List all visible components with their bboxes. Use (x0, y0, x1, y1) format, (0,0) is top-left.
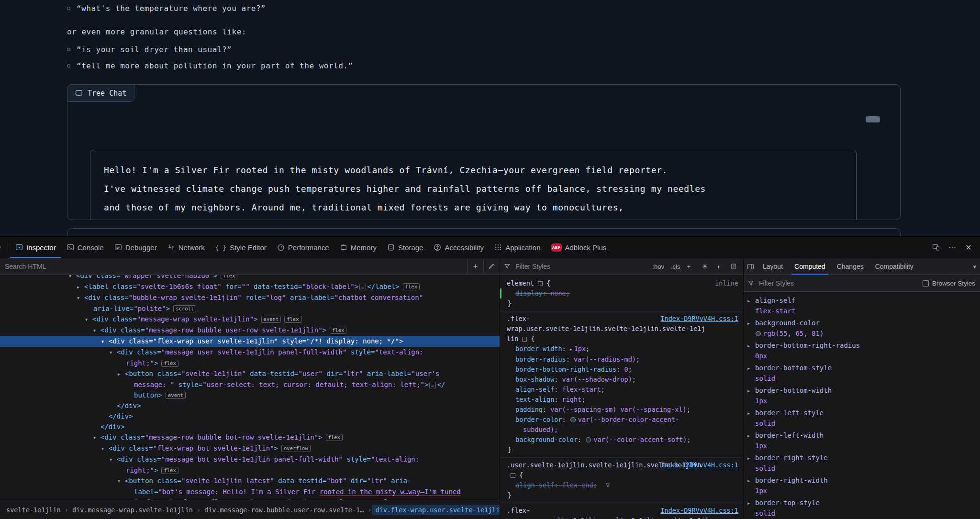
devtools-tab-accessibility[interactable]: Accessibility (428, 237, 489, 258)
tab-changes[interactable]: Changes (831, 258, 869, 275)
meatball-menu-button[interactable]: ⋯ (945, 240, 960, 255)
markup-row[interactable]: ▼<div class="message bot svelte-1e1jlin … (0, 454, 500, 465)
highlight-target-icon[interactable] (511, 473, 515, 478)
markup-row[interactable]: ▼<div class="message-row bubble user-row… (0, 325, 500, 336)
computed-property[interactable]: ▶border-bottom-stylesolid (747, 363, 980, 384)
rule-selector[interactable]: .flex-Index-D9RVvV4H.css:1 (500, 314, 743, 324)
breadcrumb-item[interactable]: svelte-1e1jlin (3, 505, 64, 515)
light-scheme-button[interactable]: ☀ (698, 260, 712, 273)
search-html-input[interactable] (0, 263, 467, 270)
markup-row[interactable]: </div> (0, 400, 500, 411)
event-badge[interactable]: event (261, 316, 281, 323)
css-declaration[interactable]: background-color: var(--color-accent-sof… (500, 435, 743, 445)
breadcrumb-item[interactable]: div.message-row.bubble.user-row.svelte-1… (201, 505, 367, 515)
flex-badge[interactable]: flex (284, 316, 301, 323)
ellipsis-pill[interactable]: … (429, 382, 436, 388)
breadcrumb-item[interactable]: div.flex-wrap.user.svelte-1e1jlin (372, 505, 500, 515)
markup-row[interactable]: label="bot's message: Hello! I'm a Silve… (0, 486, 500, 497)
css-declaration[interactable]: box-shadow: var(--shadow-drop); (500, 375, 743, 385)
devtools-tab-debugger[interactable]: Debugger (109, 237, 162, 258)
expand-twisty[interactable]: ▶ (747, 431, 755, 441)
css-declaration[interactable]: display: none; (500, 288, 743, 298)
flex-badge[interactable]: flex (330, 327, 346, 334)
devtools-tab-memory[interactable]: Memory (334, 237, 382, 258)
color-swatch[interactable] (586, 437, 591, 442)
browser-styles-toggle[interactable]: Browser Styles (923, 280, 980, 287)
computed-property[interactable]: ▶border-top-stylesolid (747, 498, 980, 519)
css-declaration[interactable]: border-width: ▶1px; (500, 344, 743, 354)
tree-chat-tab[interactable]: Tree Chat (67, 84, 134, 102)
css-declaration[interactable]: border-radius: var(--radius-md); (500, 354, 743, 364)
markup-row[interactable]: right;">flex (0, 465, 500, 475)
markup-row[interactable]: ▼<div class="bubble-wrap svelte-1e1jlin"… (0, 292, 500, 303)
dark-scheme-button[interactable]: ◐ (713, 260, 726, 273)
event-badge[interactable]: event (166, 392, 186, 399)
markup-row[interactable]: ▶<label class="svelte-1b6s6s float" for=… (0, 281, 500, 292)
computed-property[interactable]: ▶border-bottom-width1px (747, 386, 980, 406)
expand-shorthand-twisty[interactable]: ▶ (570, 347, 572, 352)
rules-toolbar-button--[interactable]: + (683, 263, 694, 270)
expand-twisty[interactable]: ▶ (747, 319, 755, 329)
highlight-target-icon[interactable] (538, 281, 543, 286)
markup-row[interactable]: ▼<div class="message-row bubble bot-row … (0, 432, 500, 443)
computed-property[interactable]: ▶border-bottom-right-radius0px (747, 341, 980, 361)
expand-twisty[interactable]: ▶ (747, 453, 755, 464)
markup-row[interactable]: right;">flex (0, 358, 500, 368)
devtools-tab-inspector[interactable]: Inspector (10, 237, 61, 258)
collapse-twisty[interactable]: ▼ (110, 454, 117, 465)
markup-row[interactable]: ▶<button class="svelte-1e1jlin" data-tes… (0, 368, 500, 379)
ellipsis-pill[interactable]: … (359, 284, 366, 290)
css-declaration[interactable]: align-self: flex-end; (500, 480, 743, 490)
expand-twisty[interactable]: ▶ (747, 296, 755, 306)
css-declaration[interactable]: text-align: right; (500, 395, 743, 405)
markup-row[interactable]: message: " style="user-select: text; cur… (0, 379, 500, 390)
computed-property[interactable]: ▶border-right-width1px (747, 475, 980, 496)
breadcrumb-item[interactable]: div.message-wrap.svelte-1e1jlin (69, 505, 196, 515)
collapse-twisty[interactable]: ▼ (93, 432, 100, 443)
markup-row[interactable]: ▼<div class="wrapper svelte-nab2u0">flex (0, 275, 500, 281)
responsive-design-button[interactable] (928, 240, 944, 255)
devtools-tab-adblock-plus[interactable]: ABPAdblock Plus (546, 237, 612, 258)
devtools-tab-application[interactable]: Application (489, 237, 546, 258)
filter-styles-input[interactable] (511, 263, 649, 270)
tab-computed[interactable]: Computed (789, 258, 831, 275)
devtools-tab-style-editor[interactable]: { }Style Editor (210, 237, 272, 258)
flex-badge[interactable]: flex (403, 283, 420, 290)
stylesheet-link[interactable]: Index-D9RVvV4H.css:1 (660, 506, 738, 516)
flex-badge[interactable]: flex (221, 275, 237, 279)
computed-property[interactable]: ▶align-selfflex-start (747, 296, 980, 316)
print-sim-button[interactable] (727, 260, 740, 273)
devtools-tab-network[interactable]: Network (162, 237, 210, 258)
expand-twisty[interactable]: ▶ (118, 369, 125, 379)
expand-twisty[interactable]: ▶ (77, 282, 84, 292)
css-declaration[interactable]: align-self: flex-start; (500, 385, 743, 395)
markup-row-selected[interactable]: ▼<div class="flex-wrap user svelte-1e1jl… (0, 336, 500, 347)
computed-property[interactable]: ▶border-left-stylesolid (747, 408, 980, 429)
rules-toolbar-button--cls[interactable]: .cls (668, 263, 684, 270)
collapse-twisty[interactable]: ▼ (69, 275, 76, 281)
css-declaration[interactable]: padding: var(--spacing-sm) var(--spacing… (500, 405, 743, 415)
collapse-twisty[interactable]: ▼ (101, 336, 109, 347)
markup-row[interactable]: </div> (0, 411, 500, 421)
color-swatch[interactable] (570, 417, 576, 422)
node-picker-button[interactable] (0, 237, 6, 258)
collapse-twisty[interactable]: ▼ (118, 476, 125, 486)
eyedropper-button[interactable] (483, 258, 500, 275)
expand-twisty[interactable]: ▶ (747, 386, 755, 396)
expand-twisty[interactable]: ▶ (747, 476, 755, 486)
rules-toolbar-button--hov[interactable]: :hov (649, 263, 668, 270)
expand-twisty[interactable]: ▶ (747, 409, 755, 419)
markup-row[interactable]: ▼<button class="svelte-1e1jlin latest" d… (0, 475, 500, 486)
browser-styles-checkbox[interactable] (923, 280, 929, 287)
flex-badge[interactable]: flex (326, 434, 343, 441)
collapse-twisty[interactable]: ▼ (110, 347, 117, 358)
flex-badge[interactable]: flex (161, 360, 178, 367)
computed-filter-input[interactable] (754, 279, 850, 287)
panel-action-button[interactable] (866, 116, 880, 122)
collapse-twisty[interactable]: ▼ (93, 325, 100, 336)
rule-selector[interactable]: .flex-Index-D9RVvV4H.css:1 (500, 506, 743, 516)
overridden-filter-icon[interactable] (605, 483, 611, 488)
add-node-button[interactable]: + (467, 258, 483, 275)
devtools-tab-console[interactable]: Console (61, 237, 109, 258)
tab-compatibility[interactable]: Compatibility (869, 258, 919, 275)
